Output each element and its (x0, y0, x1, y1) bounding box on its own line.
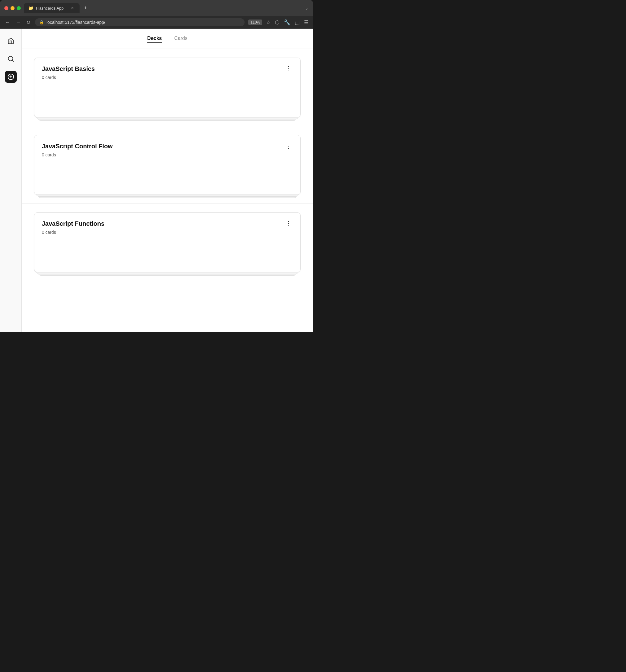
menu-icon[interactable]: ☰ (304, 19, 309, 26)
deck-section-2: JavaScript Control Flow ⋮ 0 cards (22, 126, 313, 204)
maximize-traffic-light[interactable] (17, 6, 21, 10)
tab-list-button[interactable]: ⌄ (305, 5, 309, 10)
deck-card-wrapper-2: JavaScript Control Flow ⋮ 0 cards (34, 135, 300, 195)
forward-button[interactable]: → (15, 19, 22, 26)
deck-count-1: 0 cards (42, 75, 293, 80)
deck-title-2: JavaScript Control Flow (42, 143, 113, 150)
deck-card-header-2: JavaScript Control Flow ⋮ (42, 143, 293, 150)
tab-title-text: Flashcards App (36, 6, 67, 10)
pocket-icon[interactable]: ⬡ (275, 19, 280, 26)
address-text: localhost:5173/flashcards-app/ (46, 20, 240, 25)
browser-chrome: 📁 Flashcards App ✕ + ⌄ ← → ↻ 🔒 localhost… (0, 0, 313, 332)
deck-card-header-3: JavaScript Functions ⋮ (42, 220, 293, 227)
deck-card-header-1: JavaScript Basics ⋮ (42, 65, 293, 72)
address-bar: ← → ↻ 🔒 localhost:5173/flashcards-app/ 1… (0, 16, 313, 29)
close-traffic-light[interactable] (4, 6, 8, 10)
deck-section-3: JavaScript Functions ⋮ 0 cards (22, 204, 313, 281)
zoom-badge[interactable]: 110% (248, 20, 262, 25)
toolbar-icons: ☆ ⬡ 🔧 ⬚ ☰ (266, 19, 309, 26)
deck-list: JavaScript Basics ⋮ 0 cards (22, 49, 313, 332)
tab-decks[interactable]: Decks (147, 34, 162, 43)
deck-card-wrapper-1: JavaScript Basics ⋮ 0 cards (34, 57, 300, 117)
deck-count-2: 0 cards (42, 152, 293, 157)
sidebar (0, 29, 22, 332)
traffic-lights (4, 6, 21, 10)
new-tab-button[interactable]: + (81, 4, 90, 13)
deck-card-wrapper-3: JavaScript Functions ⋮ 0 cards (34, 212, 300, 272)
main-content: Decks Cards JavaScript Basics ⋮ 0 cards (22, 29, 313, 332)
sidebar-home-icon[interactable] (5, 35, 17, 47)
minimize-traffic-light[interactable] (10, 6, 15, 10)
sidebar-search-icon[interactable] (5, 53, 17, 65)
address-field[interactable]: 🔒 localhost:5173/flashcards-app/ (35, 18, 245, 26)
app-container: Decks Cards JavaScript Basics ⋮ 0 cards (0, 29, 313, 332)
deck-title-3: JavaScript Functions (42, 220, 104, 227)
tab-bar: 📁 Flashcards App ✕ + ⌄ (24, 3, 309, 13)
deck-title-1: JavaScript Basics (42, 65, 95, 72)
extensions-icon[interactable]: ⬚ (295, 19, 300, 26)
title-bar: 📁 Flashcards App ✕ + ⌄ (0, 0, 313, 16)
tools-icon[interactable]: 🔧 (284, 19, 290, 26)
reload-button[interactable]: ↻ (25, 19, 31, 26)
bookmark-icon[interactable]: ☆ (266, 19, 271, 26)
svg-line-1 (12, 60, 13, 61)
deck-count-3: 0 cards (42, 230, 293, 235)
back-button[interactable]: ← (4, 19, 11, 26)
deck-card-2[interactable]: JavaScript Control Flow ⋮ 0 cards (34, 135, 300, 195)
security-icon: 🔒 (39, 20, 44, 24)
deck-more-button-3[interactable]: ⋮ (284, 220, 293, 226)
deck-card-1[interactable]: JavaScript Basics ⋮ 0 cards (34, 57, 300, 117)
tab-close-button[interactable]: ✕ (70, 5, 75, 11)
deck-section-1: JavaScript Basics ⋮ 0 cards (22, 49, 313, 126)
active-tab[interactable]: 📁 Flashcards App ✕ (24, 3, 79, 13)
deck-card-3[interactable]: JavaScript Functions ⋮ 0 cards (34, 212, 300, 272)
tab-favicon: 📁 (28, 5, 33, 10)
deck-more-button-1[interactable]: ⋮ (284, 65, 293, 72)
tab-navigation: Decks Cards (22, 29, 313, 49)
sidebar-add-icon[interactable] (5, 71, 17, 83)
tab-cards[interactable]: Cards (174, 34, 188, 43)
deck-more-button-2[interactable]: ⋮ (284, 143, 293, 149)
